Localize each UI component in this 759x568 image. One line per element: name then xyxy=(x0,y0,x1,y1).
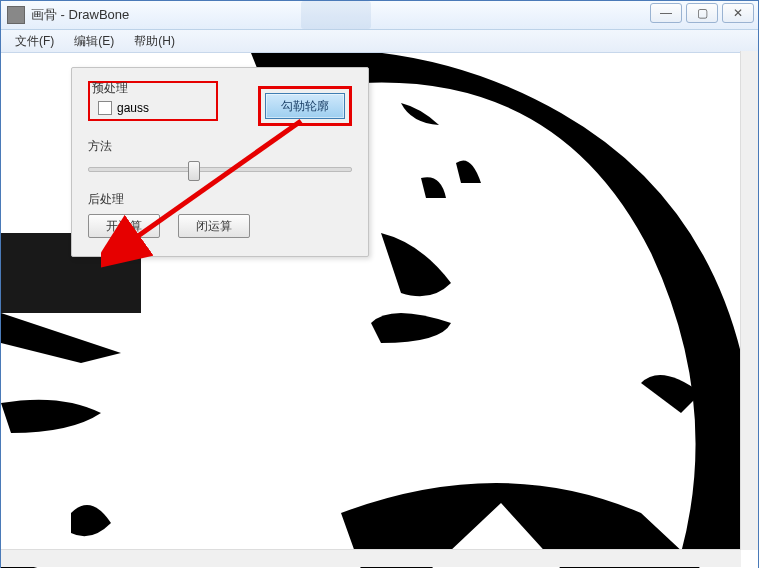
menu-help[interactable]: 帮助(H) xyxy=(124,31,185,52)
slider-track xyxy=(88,167,352,172)
app-icon xyxy=(7,6,25,24)
control-panel: 预处理 gauss 勾勒轮廓 方法 后处理 开运算 闭运算 xyxy=(71,67,369,257)
gauss-label: gauss xyxy=(117,101,149,115)
slider-thumb[interactable] xyxy=(188,161,200,181)
open-operation-button[interactable]: 开运算 xyxy=(88,214,160,238)
minimize-button[interactable]: — xyxy=(650,3,682,23)
scrollbar-horizontal[interactable] xyxy=(1,549,741,567)
method-slider[interactable] xyxy=(88,159,352,179)
titlebar[interactable]: 画骨 - DrawBone — ▢ ✕ xyxy=(1,1,758,30)
method-label: 方法 xyxy=(88,138,352,155)
maximize-button[interactable]: ▢ xyxy=(686,3,718,23)
outline-button-highlight: 勾勒轮廓 xyxy=(258,86,352,126)
menubar: 文件(F) 编辑(E) 帮助(H) xyxy=(1,30,758,53)
close-operation-button[interactable]: 闭运算 xyxy=(178,214,250,238)
window-controls: — ▢ ✕ xyxy=(650,3,754,23)
app-window: 画骨 - DrawBone — ▢ ✕ 文件(F) 编辑(E) 帮助(H) xyxy=(0,0,759,568)
outline-button[interactable]: 勾勒轮廓 xyxy=(265,93,345,119)
postprocess-label: 后处理 xyxy=(88,191,352,208)
window-title: 画骨 - DrawBone xyxy=(31,6,129,24)
menu-edit[interactable]: 编辑(E) xyxy=(64,31,124,52)
scrollbar-vertical[interactable] xyxy=(740,51,758,550)
menu-file[interactable]: 文件(F) xyxy=(5,31,64,52)
gauss-checkbox[interactable] xyxy=(98,101,112,115)
close-button[interactable]: ✕ xyxy=(722,3,754,23)
bg-blur xyxy=(301,1,371,29)
